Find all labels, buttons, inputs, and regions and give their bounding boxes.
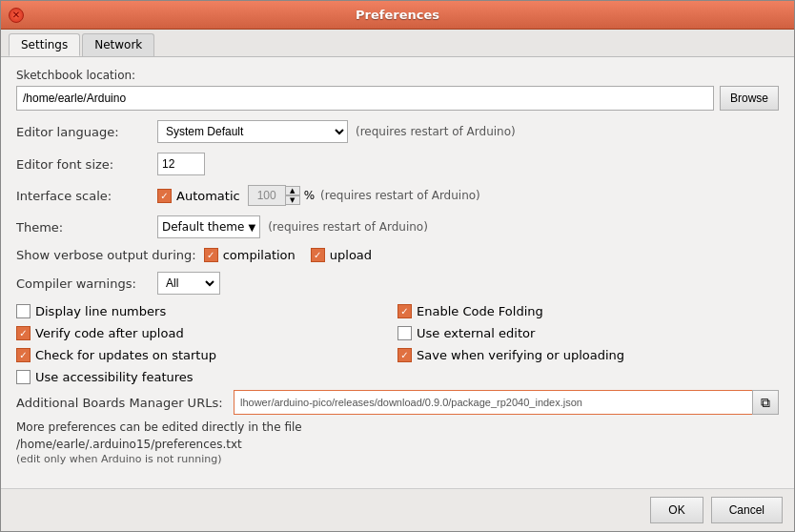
boards-manager-url-button[interactable]: ⧉ <box>752 390 779 415</box>
settings-content: Sketchbook location: Browse Editor langu… <box>1 57 794 488</box>
theme-label: Theme: <box>16 220 150 235</box>
scale-note: (requires restart of Arduino) <box>320 189 480 202</box>
automatic-label: Automatic <box>176 189 240 203</box>
close-button[interactable]: ✕ <box>9 8 24 23</box>
verbose-output-label: Show verbose output during: <box>16 248 196 262</box>
sketchbook-input[interactable] <box>16 86 714 111</box>
scale-up-arrow[interactable]: ▲ <box>285 186 300 195</box>
right-checkboxes: Enable Code Folding Use external editor … <box>398 304 779 384</box>
display-line-numbers-label: Display line numbers <box>35 304 166 318</box>
save-verifying-label: Save when verifying or uploading <box>417 348 624 362</box>
preferences-window: ✕ Preferences Settings Network Sketchboo… <box>0 0 795 532</box>
theme-select[interactable]: Default theme ▼ <box>157 215 260 238</box>
checkboxes-grid: Display line numbers Verify code after u… <box>16 304 779 384</box>
ok-button[interactable]: OK <box>650 497 703 523</box>
theme-row: Theme: Default theme ▼ (requires restart… <box>16 215 779 238</box>
automatic-checkbox[interactable] <box>157 189 172 203</box>
editor-language-select[interactable]: System Default <box>157 120 348 143</box>
interface-scale-row: Interface scale: Automatic ▲ ▼ % (requir… <box>16 185 779 206</box>
compilation-checkbox[interactable] <box>204 248 218 262</box>
file-info-path: /home/earle/.arduino15/preferences.txt <box>16 438 779 451</box>
accessibility-checkbox[interactable] <box>16 370 31 384</box>
verify-code-wrap: Verify code after upload <box>16 326 398 340</box>
verify-code-checkbox[interactable] <box>16 326 31 340</box>
enable-code-folding-checkbox[interactable] <box>398 304 412 318</box>
display-line-numbers-checkbox[interactable] <box>16 304 31 318</box>
tab-bar: Settings Network <box>1 30 794 57</box>
scale-value-input[interactable] <box>248 185 286 206</box>
compilation-label: compilation <box>223 248 296 262</box>
theme-value: Default theme <box>162 220 244 234</box>
check-updates-wrap: Check for updates on startup <box>16 348 398 362</box>
editor-font-size-label: Editor font size: <box>16 157 150 172</box>
boards-manager-row: Additional Boards Manager URLs: ⧉ <box>16 390 779 415</box>
check-updates-label: Check for updates on startup <box>35 348 216 362</box>
file-info-note: (edit only when Arduino is not running) <box>16 453 779 465</box>
editor-language-row: Editor language: System Default (require… <box>16 120 779 143</box>
upload-checkbox[interactable] <box>311 248 325 262</box>
automatic-checkbox-wrap: Automatic <box>157 189 240 203</box>
editor-language-label: Editor language: <box>16 125 150 139</box>
tab-network[interactable]: Network <box>82 33 154 56</box>
display-line-numbers-wrap: Display line numbers <box>16 304 398 318</box>
external-editor-wrap: Use external editor <box>398 326 779 340</box>
theme-note: (requires restart of Arduino) <box>268 220 428 234</box>
verify-code-label: Verify code after upload <box>35 326 184 340</box>
sketchbook-row: Browse <box>16 86 779 111</box>
titlebar: ✕ Preferences <box>1 1 794 30</box>
boards-manager-label: Additional Boards Manager URLs: <box>16 396 226 410</box>
compiler-warnings-select[interactable]: All <box>160 276 217 291</box>
sketchbook-label: Sketchbook location: <box>16 69 779 82</box>
editor-language-note: (requires restart of Arduino) <box>356 125 516 138</box>
interface-scale-label: Interface scale: <box>16 189 150 203</box>
compiler-warnings-label: Compiler warnings: <box>16 276 150 291</box>
theme-dropdown-arrow: ▼ <box>248 222 255 233</box>
save-verifying-wrap: Save when verifying or uploading <box>398 348 779 362</box>
upload-checkbox-wrap: upload <box>311 248 372 262</box>
enable-code-folding-wrap: Enable Code Folding <box>398 304 779 318</box>
enable-code-folding-label: Enable Code Folding <box>417 304 543 318</box>
editor-font-size-input[interactable] <box>157 153 205 175</box>
window-title: Preferences <box>356 8 439 22</box>
left-checkboxes: Display line numbers Verify code after u… <box>16 304 398 384</box>
upload-label: upload <box>330 248 372 262</box>
accessibility-wrap: Use accessibility features <box>16 370 398 384</box>
scale-down-arrow[interactable]: ▼ <box>285 195 300 205</box>
tab-settings[interactable]: Settings <box>9 33 80 56</box>
check-updates-checkbox[interactable] <box>16 348 31 362</box>
percent-label: % <box>304 189 315 202</box>
footer: OK Cancel <box>1 488 794 531</box>
boards-manager-url-row: ⧉ <box>234 390 779 415</box>
save-verifying-checkbox[interactable] <box>398 348 412 362</box>
scale-spinner: ▲ ▼ <box>285 186 300 205</box>
file-info-line1: More preferences can be edited directly … <box>16 420 779 434</box>
cancel-button[interactable]: Cancel <box>711 497 783 523</box>
accessibility-label: Use accessibility features <box>35 370 194 384</box>
browse-button[interactable]: Browse <box>720 86 779 111</box>
compiler-warnings-select-wrap: All <box>157 272 220 295</box>
external-editor-checkbox[interactable] <box>398 326 412 340</box>
verbose-output-row: Show verbose output during: compilation … <box>16 248 779 262</box>
compiler-warnings-row: Compiler warnings: All <box>16 272 779 295</box>
boards-manager-url-input[interactable] <box>234 390 752 415</box>
external-editor-label: Use external editor <box>417 326 535 340</box>
editor-font-size-row: Editor font size: <box>16 153 779 175</box>
compilation-checkbox-wrap: compilation <box>204 248 296 262</box>
